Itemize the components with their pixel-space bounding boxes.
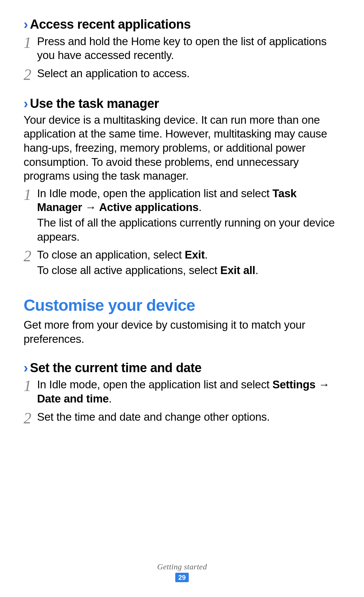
bold-run: Exit all bbox=[220, 264, 255, 276]
step-item: 1 In Idle mode, open the application lis… bbox=[24, 378, 340, 407]
footer-chapter-label: Getting started bbox=[0, 562, 364, 571]
text-run: In Idle mode, open the application list … bbox=[37, 187, 272, 200]
step-body: In Idle mode, open the application list … bbox=[37, 378, 340, 407]
subheading-text: Set the current time and date bbox=[30, 361, 202, 375]
text-run: In Idle mode, open the application list … bbox=[37, 378, 272, 391]
step-number: 1 bbox=[24, 186, 37, 203]
step-text: To close an application, select Exit. bbox=[37, 248, 340, 262]
subheading-text: Use the task manager bbox=[30, 96, 159, 111]
bold-run: Date and time bbox=[37, 392, 109, 405]
step-item: 1 In Idle mode, open the application lis… bbox=[24, 186, 340, 245]
text-run: . bbox=[109, 392, 112, 405]
section-title-customise: Customise your device bbox=[24, 296, 340, 315]
step-body: Set the time and date and change other o… bbox=[37, 410, 340, 425]
section-intro: Your device is a multitasking device. It… bbox=[24, 113, 340, 183]
step-number: 1 bbox=[24, 34, 37, 51]
arrow-icon: → bbox=[85, 201, 96, 213]
manual-page: ›Access recent applications 1 Press and … bbox=[0, 0, 364, 597]
step-body: Press and hold the Home key to open the … bbox=[37, 34, 340, 64]
subheading-time-date: ›Set the current time and date bbox=[24, 360, 340, 376]
section-intro: Get more from your device by customising… bbox=[24, 318, 340, 346]
step-body: Select an application to access. bbox=[37, 66, 340, 82]
step-item: 2 Select an application to access. bbox=[24, 66, 340, 83]
step-number: 2 bbox=[24, 410, 37, 426]
page-number-badge: 29 bbox=[175, 573, 189, 582]
text-run: . bbox=[205, 248, 208, 261]
step-text: In Idle mode, open the application list … bbox=[37, 186, 340, 214]
step-text: Set the time and date and change other o… bbox=[37, 410, 340, 424]
step-number: 2 bbox=[24, 248, 37, 264]
subheading-access-recent: ›Access recent applications bbox=[24, 16, 340, 32]
step-number: 2 bbox=[24, 66, 37, 83]
text-run: To close all active applications, select bbox=[37, 264, 220, 276]
page-footer: Getting started 29 bbox=[0, 562, 364, 582]
chevron-icon: › bbox=[24, 17, 28, 33]
arrow-icon: → bbox=[318, 378, 330, 391]
step-text: In Idle mode, open the application list … bbox=[37, 378, 340, 406]
chevron-icon: › bbox=[24, 96, 28, 112]
subheading-text: Access recent applications bbox=[30, 17, 191, 31]
text-run: . bbox=[255, 264, 258, 276]
text-run: To close an application, select bbox=[37, 248, 185, 261]
step-body: In Idle mode, open the application list … bbox=[37, 186, 340, 245]
step-text: Press and hold the Home key to open the … bbox=[37, 34, 340, 62]
step-text: The list of all the applications current… bbox=[37, 216, 340, 244]
text-run bbox=[315, 378, 318, 391]
step-body: To close an application, select Exit. To… bbox=[37, 248, 340, 278]
step-text: Select an application to access. bbox=[37, 66, 340, 81]
bold-run: Active applications bbox=[99, 201, 199, 213]
step-item: 2 To close an application, select Exit. … bbox=[24, 248, 340, 278]
subheading-task-manager: ›Use the task manager bbox=[24, 95, 340, 112]
step-item: 2 Set the time and date and change other… bbox=[24, 410, 340, 426]
step-number: 1 bbox=[24, 378, 37, 394]
step-text: To close all active applications, select… bbox=[37, 263, 340, 277]
chevron-icon: › bbox=[24, 360, 28, 376]
step-item: 1 Press and hold the Home key to open th… bbox=[24, 34, 340, 64]
text-run: . bbox=[199, 201, 202, 213]
bold-run: Exit bbox=[185, 248, 205, 261]
bold-run: Settings bbox=[272, 378, 315, 391]
